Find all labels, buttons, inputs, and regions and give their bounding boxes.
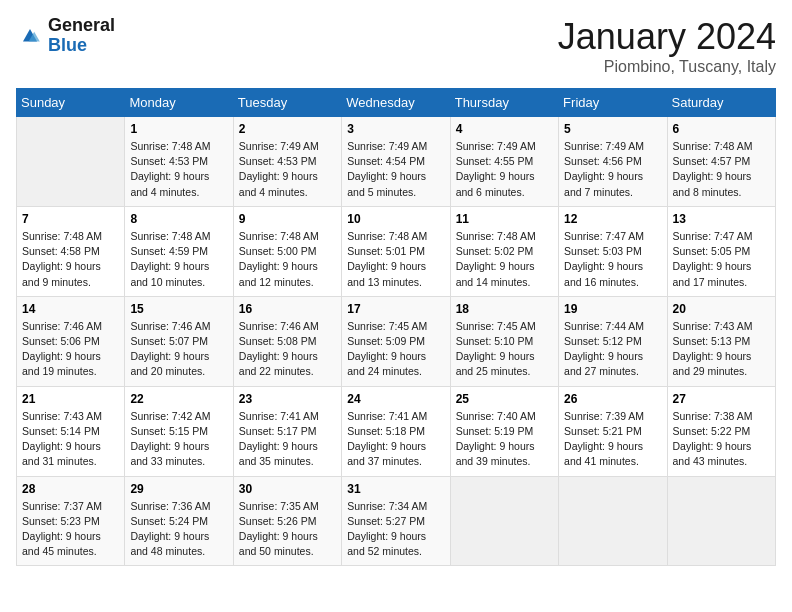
- calendar-cell: 1Sunrise: 7:48 AMSunset: 4:53 PMDaylight…: [125, 117, 233, 207]
- calendar-cell: 30Sunrise: 7:35 AMSunset: 5:26 PMDayligh…: [233, 476, 341, 566]
- day-number: 6: [673, 122, 770, 136]
- day-detail: Sunrise: 7:41 AMSunset: 5:17 PMDaylight:…: [239, 409, 336, 470]
- day-detail: Sunrise: 7:45 AMSunset: 5:09 PMDaylight:…: [347, 319, 444, 380]
- day-number: 2: [239, 122, 336, 136]
- header-cell-thursday: Thursday: [450, 89, 558, 117]
- calendar-cell: 17Sunrise: 7:45 AMSunset: 5:09 PMDayligh…: [342, 296, 450, 386]
- calendar-cell: 6Sunrise: 7:48 AMSunset: 4:57 PMDaylight…: [667, 117, 775, 207]
- calendar-cell: 27Sunrise: 7:38 AMSunset: 5:22 PMDayligh…: [667, 386, 775, 476]
- header-row: SundayMondayTuesdayWednesdayThursdayFrid…: [17, 89, 776, 117]
- day-detail: Sunrise: 7:46 AMSunset: 5:08 PMDaylight:…: [239, 319, 336, 380]
- day-number: 10: [347, 212, 444, 226]
- day-detail: Sunrise: 7:49 AMSunset: 4:56 PMDaylight:…: [564, 139, 661, 200]
- day-number: 22: [130, 392, 227, 406]
- day-number: 14: [22, 302, 119, 316]
- day-number: 23: [239, 392, 336, 406]
- calendar-cell: 21Sunrise: 7:43 AMSunset: 5:14 PMDayligh…: [17, 386, 125, 476]
- day-number: 4: [456, 122, 553, 136]
- day-detail: Sunrise: 7:49 AMSunset: 4:53 PMDaylight:…: [239, 139, 336, 200]
- day-detail: Sunrise: 7:41 AMSunset: 5:18 PMDaylight:…: [347, 409, 444, 470]
- day-detail: Sunrise: 7:48 AMSunset: 5:01 PMDaylight:…: [347, 229, 444, 290]
- day-number: 28: [22, 482, 119, 496]
- calendar-cell: 16Sunrise: 7:46 AMSunset: 5:08 PMDayligh…: [233, 296, 341, 386]
- logo: General Blue: [16, 16, 115, 56]
- calendar-cell: 8Sunrise: 7:48 AMSunset: 4:59 PMDaylight…: [125, 206, 233, 296]
- day-detail: Sunrise: 7:48 AMSunset: 4:58 PMDaylight:…: [22, 229, 119, 290]
- day-detail: Sunrise: 7:34 AMSunset: 5:27 PMDaylight:…: [347, 499, 444, 560]
- day-detail: Sunrise: 7:45 AMSunset: 5:10 PMDaylight:…: [456, 319, 553, 380]
- calendar-cell: 5Sunrise: 7:49 AMSunset: 4:56 PMDaylight…: [559, 117, 667, 207]
- calendar-cell: 4Sunrise: 7:49 AMSunset: 4:55 PMDaylight…: [450, 117, 558, 207]
- logo-icon: [16, 22, 44, 50]
- calendar-cell: 28Sunrise: 7:37 AMSunset: 5:23 PMDayligh…: [17, 476, 125, 566]
- header-cell-monday: Monday: [125, 89, 233, 117]
- day-detail: Sunrise: 7:49 AMSunset: 4:55 PMDaylight:…: [456, 139, 553, 200]
- calendar-header: SundayMondayTuesdayWednesdayThursdayFrid…: [17, 89, 776, 117]
- day-number: 21: [22, 392, 119, 406]
- day-detail: Sunrise: 7:36 AMSunset: 5:24 PMDaylight:…: [130, 499, 227, 560]
- day-number: 19: [564, 302, 661, 316]
- day-number: 5: [564, 122, 661, 136]
- day-number: 20: [673, 302, 770, 316]
- calendar-cell: 12Sunrise: 7:47 AMSunset: 5:03 PMDayligh…: [559, 206, 667, 296]
- day-detail: Sunrise: 7:48 AMSunset: 5:02 PMDaylight:…: [456, 229, 553, 290]
- calendar-cell: [667, 476, 775, 566]
- calendar-cell: 20Sunrise: 7:43 AMSunset: 5:13 PMDayligh…: [667, 296, 775, 386]
- calendar-cell: 9Sunrise: 7:48 AMSunset: 5:00 PMDaylight…: [233, 206, 341, 296]
- logo-text: General Blue: [48, 16, 115, 56]
- calendar-cell: [17, 117, 125, 207]
- calendar-cell: 11Sunrise: 7:48 AMSunset: 5:02 PMDayligh…: [450, 206, 558, 296]
- day-detail: Sunrise: 7:48 AMSunset: 5:00 PMDaylight:…: [239, 229, 336, 290]
- day-number: 30: [239, 482, 336, 496]
- day-number: 25: [456, 392, 553, 406]
- day-number: 18: [456, 302, 553, 316]
- header-cell-wednesday: Wednesday: [342, 89, 450, 117]
- header-cell-tuesday: Tuesday: [233, 89, 341, 117]
- day-number: 27: [673, 392, 770, 406]
- day-number: 24: [347, 392, 444, 406]
- day-detail: Sunrise: 7:43 AMSunset: 5:13 PMDaylight:…: [673, 319, 770, 380]
- calendar-title: January 2024: [558, 16, 776, 58]
- calendar-cell: 2Sunrise: 7:49 AMSunset: 4:53 PMDaylight…: [233, 117, 341, 207]
- day-detail: Sunrise: 7:46 AMSunset: 5:07 PMDaylight:…: [130, 319, 227, 380]
- calendar-cell: [450, 476, 558, 566]
- calendar-week-2: 7Sunrise: 7:48 AMSunset: 4:58 PMDaylight…: [17, 206, 776, 296]
- calendar-cell: 25Sunrise: 7:40 AMSunset: 5:19 PMDayligh…: [450, 386, 558, 476]
- day-detail: Sunrise: 7:42 AMSunset: 5:15 PMDaylight:…: [130, 409, 227, 470]
- calendar-cell: 29Sunrise: 7:36 AMSunset: 5:24 PMDayligh…: [125, 476, 233, 566]
- day-detail: Sunrise: 7:47 AMSunset: 5:03 PMDaylight:…: [564, 229, 661, 290]
- calendar-cell: [559, 476, 667, 566]
- calendar-cell: 10Sunrise: 7:48 AMSunset: 5:01 PMDayligh…: [342, 206, 450, 296]
- header-cell-friday: Friday: [559, 89, 667, 117]
- calendar-subtitle: Piombino, Tuscany, Italy: [558, 58, 776, 76]
- day-detail: Sunrise: 7:40 AMSunset: 5:19 PMDaylight:…: [456, 409, 553, 470]
- day-number: 13: [673, 212, 770, 226]
- calendar-cell: 22Sunrise: 7:42 AMSunset: 5:15 PMDayligh…: [125, 386, 233, 476]
- day-detail: Sunrise: 7:44 AMSunset: 5:12 PMDaylight:…: [564, 319, 661, 380]
- day-number: 26: [564, 392, 661, 406]
- day-number: 31: [347, 482, 444, 496]
- day-detail: Sunrise: 7:47 AMSunset: 5:05 PMDaylight:…: [673, 229, 770, 290]
- calendar-cell: 19Sunrise: 7:44 AMSunset: 5:12 PMDayligh…: [559, 296, 667, 386]
- day-detail: Sunrise: 7:35 AMSunset: 5:26 PMDaylight:…: [239, 499, 336, 560]
- day-detail: Sunrise: 7:49 AMSunset: 4:54 PMDaylight:…: [347, 139, 444, 200]
- calendar-cell: 24Sunrise: 7:41 AMSunset: 5:18 PMDayligh…: [342, 386, 450, 476]
- day-number: 8: [130, 212, 227, 226]
- calendar-cell: 13Sunrise: 7:47 AMSunset: 5:05 PMDayligh…: [667, 206, 775, 296]
- calendar-cell: 14Sunrise: 7:46 AMSunset: 5:06 PMDayligh…: [17, 296, 125, 386]
- day-number: 12: [564, 212, 661, 226]
- day-detail: Sunrise: 7:38 AMSunset: 5:22 PMDaylight:…: [673, 409, 770, 470]
- day-detail: Sunrise: 7:48 AMSunset: 4:57 PMDaylight:…: [673, 139, 770, 200]
- day-number: 1: [130, 122, 227, 136]
- calendar-cell: 15Sunrise: 7:46 AMSunset: 5:07 PMDayligh…: [125, 296, 233, 386]
- calendar-cell: 7Sunrise: 7:48 AMSunset: 4:58 PMDaylight…: [17, 206, 125, 296]
- calendar-table: SundayMondayTuesdayWednesdayThursdayFrid…: [16, 88, 776, 566]
- day-number: 7: [22, 212, 119, 226]
- calendar-cell: 26Sunrise: 7:39 AMSunset: 5:21 PMDayligh…: [559, 386, 667, 476]
- title-area: January 2024 Piombino, Tuscany, Italy: [558, 16, 776, 76]
- day-detail: Sunrise: 7:48 AMSunset: 4:53 PMDaylight:…: [130, 139, 227, 200]
- header: General Blue January 2024 Piombino, Tusc…: [16, 16, 776, 76]
- calendar-body: 1Sunrise: 7:48 AMSunset: 4:53 PMDaylight…: [17, 117, 776, 566]
- calendar-cell: 18Sunrise: 7:45 AMSunset: 5:10 PMDayligh…: [450, 296, 558, 386]
- calendar-cell: 31Sunrise: 7:34 AMSunset: 5:27 PMDayligh…: [342, 476, 450, 566]
